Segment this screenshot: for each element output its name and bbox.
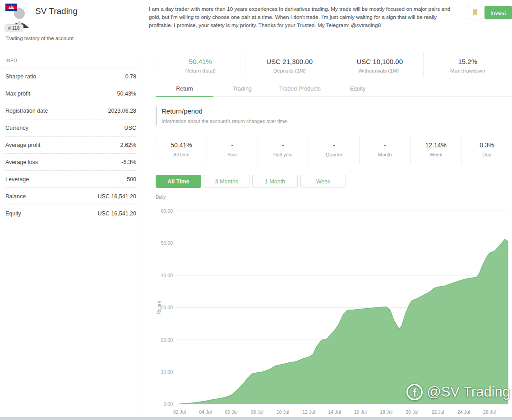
- info-row: Max profit 50.43%: [5, 85, 136, 102]
- info-row-value: 2023.06.28: [108, 108, 136, 114]
- info-row-value: 0.78: [125, 73, 136, 80]
- summary-stat: USC 21,300.00 Deposits (1M): [245, 52, 334, 78]
- tab[interactable]: Equity: [329, 81, 387, 96]
- svg-text:06 Jul: 06 Jul: [225, 409, 237, 415]
- time-filter-button[interactable]: 3 Months: [204, 175, 249, 188]
- svg-text:16 Jul: 16 Jul: [354, 409, 367, 415]
- period-stat: - Year: [207, 136, 258, 164]
- rank-badge: # 118: [5, 24, 23, 32]
- info-row-value: 2.62%: [120, 142, 136, 148]
- bookmark-button[interactable]: [468, 6, 482, 19]
- period-label: Week: [411, 152, 461, 157]
- watermark-text: @SV Trading: [427, 384, 510, 400]
- svg-text:18 Jul: 18 Jul: [380, 409, 392, 415]
- info-row-value: -5.3%: [121, 159, 136, 165]
- info-row-label: Max profit: [5, 91, 30, 97]
- tab[interactable]: Trading: [213, 81, 271, 96]
- info-row-label: Average loss: [5, 159, 38, 165]
- period-value: -: [207, 142, 258, 149]
- period-value: -: [309, 142, 360, 149]
- period-value: -: [360, 142, 410, 149]
- watermark: f @SV Trading: [406, 384, 510, 400]
- info-row: Equity USC 16,541.20: [5, 205, 136, 222]
- info-row-label: Leverage: [5, 176, 29, 183]
- period-value: -: [258, 142, 309, 149]
- return-chart: Daily 0.0010.0020.0030.0040.0050.0060.00…: [156, 194, 512, 416]
- svg-text:02 Jul: 02 Jul: [173, 409, 186, 415]
- info-row-value: USC 16,541.20: [98, 193, 136, 200]
- summary-stat: 15.2% Max drawdown: [423, 52, 512, 78]
- svg-text:20.00: 20.00: [161, 337, 173, 342]
- invest-button[interactable]: Invest: [484, 6, 512, 19]
- svg-text:24 Jul: 24 Jul: [457, 409, 470, 415]
- time-filters-row: All Time 3 Months 1 Month Week: [156, 175, 346, 188]
- info-row: Currency USC: [5, 119, 136, 137]
- svg-text:60.00: 60.00: [161, 208, 173, 214]
- svg-text:12 Jul: 12 Jul: [302, 409, 315, 415]
- info-row-label: Equity: [5, 210, 21, 217]
- info-row-label: Currency: [5, 125, 28, 131]
- stat-value: 50.41%: [156, 58, 245, 65]
- section-title: Return/period: [161, 107, 287, 115]
- summary-stat: -USC 10,100.00 Withdrawals (1M): [334, 52, 423, 78]
- period-value: 0.3%: [461, 142, 512, 149]
- period-stat: - Month: [359, 136, 410, 164]
- period-stat: - Quarter: [309, 136, 360, 164]
- tab[interactable]: Traded Products: [271, 81, 329, 96]
- time-filter-button[interactable]: Week: [300, 175, 346, 188]
- info-row: Balance USC 16,541.20: [5, 188, 136, 205]
- info-row: Average loss -5.3%: [5, 154, 136, 171]
- svg-text:30.00: 30.00: [161, 305, 173, 310]
- svg-text:10 Jul: 10 Jul: [277, 409, 289, 415]
- time-filter-button[interactable]: All Time: [156, 175, 201, 188]
- svg-text:0.00: 0.00: [164, 402, 173, 407]
- facebook-icon: f: [406, 384, 423, 400]
- bookmark-icon: [472, 9, 478, 16]
- info-row: Sharpe ratio 0.78: [5, 68, 136, 85]
- svg-text:04 Jul: 04 Jul: [199, 409, 212, 415]
- info-row-value: 500: [127, 176, 136, 183]
- svg-text:08 Jul: 08 Jul: [251, 409, 263, 415]
- svg-text:22 Jul: 22 Jul: [432, 409, 444, 415]
- stat-label: Withdrawals (1M): [334, 68, 423, 73]
- cambodia-flag-icon: [5, 4, 17, 11]
- period-stats-row: 50.41% All time - Year - Half year - Qua…: [156, 136, 512, 164]
- info-row-label: Registration date: [5, 108, 48, 114]
- stat-label: Return (total): [156, 68, 245, 73]
- profile-header: # 118 SV Trading Trading history of the …: [0, 0, 512, 50]
- time-filter-button[interactable]: 1 Month: [252, 175, 298, 188]
- period-value: 12.14%: [411, 142, 461, 149]
- period-stat: 50.41% All time: [156, 136, 207, 164]
- period-label: Half year: [258, 152, 309, 157]
- period-label: Year: [207, 152, 258, 157]
- info-row-label: Sharpe ratio: [5, 73, 36, 80]
- trader-description: I am a day trader with more than 10 year…: [149, 5, 460, 30]
- info-section-title: INFO: [0, 52, 142, 68]
- period-stat: 0.3% Day: [461, 136, 512, 164]
- info-row: Leverage 500: [5, 171, 136, 188]
- info-sidebar: INFO Sharpe ratio 0.78 Max profit 50.43%…: [0, 52, 142, 416]
- chart-frequency-label: Daily: [156, 195, 166, 200]
- period-label: Month: [360, 152, 410, 157]
- svg-text:40.00: 40.00: [161, 273, 173, 278]
- stat-value: 15.2%: [424, 58, 512, 65]
- info-row-label: Average profit: [5, 142, 41, 148]
- summary-stats-row: 50.41% Return (total) USC 21,300.00 Depo…: [156, 52, 512, 78]
- svg-text:50.00: 50.00: [161, 240, 173, 246]
- stat-label: Max drawdown: [424, 68, 512, 73]
- info-row-value: 50.43%: [117, 91, 136, 97]
- info-row-label: Balance: [5, 193, 26, 200]
- section-subtitle: Information about the account's return c…: [161, 119, 287, 124]
- svg-text:10.00: 10.00: [161, 369, 173, 374]
- period-stat: - Half year: [258, 136, 309, 164]
- avatar: # 118: [6, 5, 32, 31]
- page-title: SV Trading: [35, 6, 78, 16]
- svg-text:14 Jul: 14 Jul: [328, 409, 341, 415]
- svg-text:26 Jul: 26 Jul: [483, 409, 496, 415]
- info-row: Average profit 2.62%: [5, 137, 136, 154]
- tab[interactable]: Return: [156, 81, 213, 96]
- horizontal-scrollbar[interactable]: [0, 417, 512, 420]
- stat-value: USC 21,300.00: [245, 58, 334, 65]
- stat-label: Deposits (1M): [245, 68, 334, 73]
- tabs-row: Return Trading Traded Products Equity: [156, 81, 512, 97]
